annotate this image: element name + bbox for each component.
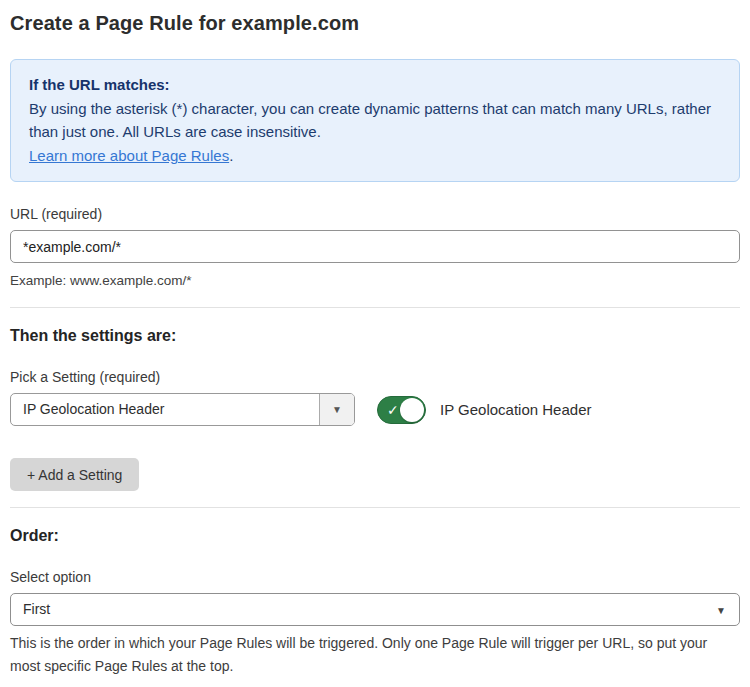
page-rule-form: Create a Page Rule for example.com If th… xyxy=(0,0,750,687)
info-box-heading: If the URL matches: xyxy=(29,73,721,96)
divider xyxy=(10,507,740,508)
learn-more-link[interactable]: Learn more about Page Rules xyxy=(29,147,229,164)
order-heading: Order: xyxy=(10,527,740,545)
toggle-wrap: ✓ IP Geolocation Header xyxy=(377,396,592,424)
check-icon: ✓ xyxy=(387,403,399,417)
url-helper-text: Example: www.example.com/* xyxy=(10,270,740,291)
pick-setting-label: Pick a Setting (required) xyxy=(10,369,740,385)
url-label: URL (required) xyxy=(10,206,740,222)
caret-down-icon: ▼ xyxy=(716,604,726,615)
setting-picker-arrow-button[interactable]: ▼ xyxy=(319,394,354,425)
setting-row: IP Geolocation Header ▼ ✓ IP Geolocation… xyxy=(10,393,740,426)
info-link-line: Learn more about Page Rules. xyxy=(29,144,721,167)
caret-down-icon: ▼ xyxy=(332,404,342,415)
order-select[interactable]: First ▼ xyxy=(10,593,740,626)
page-title: Create a Page Rule for example.com xyxy=(10,12,740,35)
divider xyxy=(10,307,740,308)
setting-picker-value: IP Geolocation Header xyxy=(11,394,319,425)
add-setting-button[interactable]: + Add a Setting xyxy=(10,458,139,491)
url-input[interactable] xyxy=(10,230,740,263)
setting-picker[interactable]: IP Geolocation Header ▼ xyxy=(10,393,355,426)
toggle-knob xyxy=(400,398,424,422)
toggle-label: IP Geolocation Header xyxy=(440,401,592,418)
order-helper-text: This is the order in which your Page Rul… xyxy=(10,632,740,678)
ip-geolocation-toggle[interactable]: ✓ xyxy=(377,396,426,424)
info-box-body: By using the asterisk (*) character, you… xyxy=(29,97,721,143)
order-select-value: First xyxy=(11,594,739,625)
settings-heading: Then the settings are: xyxy=(10,327,740,345)
link-suffix: . xyxy=(229,147,233,164)
order-select-label: Select option xyxy=(10,569,740,585)
url-match-info-box: If the URL matches: By using the asteris… xyxy=(10,59,740,182)
